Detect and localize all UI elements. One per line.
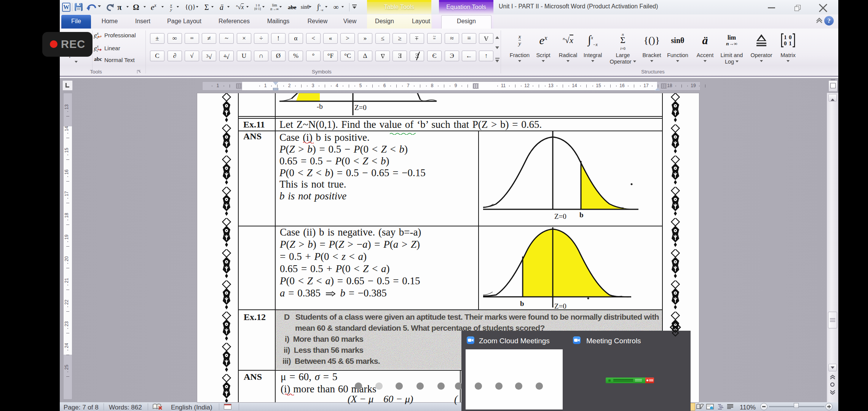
svg-text:b: b [579,211,584,219]
svg-text:1: 1 [784,34,787,40]
svg-text:0: 0 [789,34,792,40]
svg-text:Z=0: Z=0 [554,212,566,220]
svg-text:-b: -b [317,102,323,110]
svg-text:Z=0: Z=0 [554,302,566,309]
svg-text:1: 1 [789,40,792,46]
svg-text:0: 0 [784,40,787,46]
svg-text:b: b [520,299,524,307]
svg-text:Z=0: Z=0 [354,104,367,112]
